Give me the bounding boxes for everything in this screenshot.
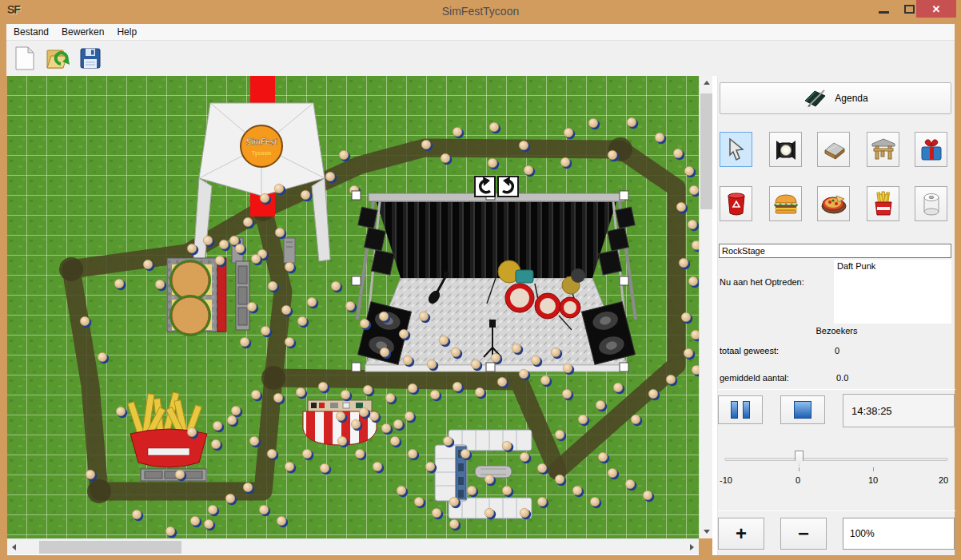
footpath-node[interactable] xyxy=(87,479,111,503)
speed-slider-thumb[interactable] xyxy=(795,451,803,466)
divider xyxy=(718,510,955,511)
scroll-up-arrow[interactable] xyxy=(700,76,713,89)
save-file-icon xyxy=(79,47,102,70)
pizza-icon xyxy=(820,193,847,215)
tool-toiletpaper[interactable] xyxy=(915,186,947,221)
cursor-icon xyxy=(726,137,747,161)
plus-icon: + xyxy=(736,522,747,545)
tool-select[interactable] xyxy=(720,132,752,167)
slider-tick xyxy=(799,467,800,471)
tool-gate[interactable] xyxy=(867,132,899,167)
divider xyxy=(718,389,955,390)
new-file-icon xyxy=(14,46,36,71)
now-playing-value: Daft Punk xyxy=(837,261,875,271)
divider xyxy=(7,554,699,555)
visitors-total-value: 0 xyxy=(835,346,839,355)
save-file-button[interactable] xyxy=(76,43,105,73)
stop-button[interactable] xyxy=(780,395,825,424)
spotlight-icon xyxy=(773,137,799,161)
now-playing-box: Daft Punk xyxy=(834,260,951,324)
toilet-paper-icon xyxy=(920,192,943,216)
slider-tick xyxy=(873,467,874,471)
toolbar xyxy=(6,41,955,76)
now-playing-label: Nu aan het Optreden: xyxy=(720,277,804,287)
slider-label-min: -10 xyxy=(720,475,732,485)
agenda-label: Agenda xyxy=(835,93,867,104)
stage-name-input[interactable] xyxy=(719,244,951,258)
clock-value: 14:38:25 xyxy=(851,405,892,417)
speed-slider-track[interactable] xyxy=(724,458,948,461)
burger-icon xyxy=(773,193,799,215)
slider-label-0: 0 xyxy=(796,475,800,485)
horizontal-scroll-thumb[interactable] xyxy=(39,541,181,554)
maximize-icon xyxy=(904,5,915,14)
tool-path[interactable] xyxy=(817,132,850,167)
pause-icon xyxy=(731,401,750,419)
window-title: SimFestTycoon xyxy=(0,5,961,18)
rotate-right-button[interactable] xyxy=(498,177,518,197)
agenda-button[interactable]: Agenda xyxy=(720,82,951,114)
pause-button[interactable] xyxy=(718,395,763,424)
minus-icon: − xyxy=(798,522,809,545)
new-file-button[interactable] xyxy=(10,43,39,73)
scroll-left-arrow[interactable] xyxy=(7,539,21,554)
vertical-scrollbar[interactable] xyxy=(699,76,712,538)
visitors-avg-value: 0.0 xyxy=(836,373,848,383)
fries-icon xyxy=(872,191,895,216)
footpath-node[interactable] xyxy=(59,257,83,281)
tool-pizza[interactable] xyxy=(817,186,850,221)
horizontal-scrollbar[interactable] xyxy=(7,538,699,554)
map-canvas[interactable]: SimFest Tycoon xyxy=(7,76,699,538)
slider-label-max: 20 xyxy=(939,475,948,485)
tool-stagelight[interactable] xyxy=(769,132,802,167)
open-file-button[interactable] xyxy=(43,43,72,73)
tool-burger[interactable] xyxy=(769,186,802,221)
tool-gift[interactable] xyxy=(915,132,947,167)
close-icon: ✕ xyxy=(932,3,941,15)
main-stage[interactable] xyxy=(357,193,636,371)
menubar: Bestand Bewerken Help xyxy=(6,24,955,41)
simfest-logo xyxy=(241,125,282,167)
path-tile-icon xyxy=(820,139,847,160)
agenda-book-icon xyxy=(803,88,827,109)
menu-help[interactable]: Help xyxy=(111,25,142,39)
bench[interactable] xyxy=(141,469,206,481)
visitors-header: Bezoekers xyxy=(718,326,955,336)
zoom-out-button[interactable]: − xyxy=(780,518,827,550)
zoom-in-button[interactable]: + xyxy=(718,518,764,550)
gift-icon xyxy=(919,137,944,161)
logo-sub: Tycoon xyxy=(252,150,271,157)
vertical-scroll-thumb[interactable] xyxy=(700,93,712,209)
close-button[interactable]: ✕ xyxy=(916,0,956,18)
tool-trashcan[interactable] xyxy=(720,186,752,221)
menu-bewerken[interactable]: Bewerken xyxy=(56,25,110,39)
rotate-left-button[interactable] xyxy=(475,177,495,197)
open-file-icon xyxy=(45,46,70,71)
titlebar[interactable]: SF SimFestTycoon ✕ xyxy=(0,0,961,24)
trashcan-icon xyxy=(725,191,748,216)
zoom-level-input[interactable] xyxy=(843,518,955,550)
menu-bestand[interactable]: Bestand xyxy=(8,25,54,39)
scroll-right-arrow[interactable] xyxy=(685,539,699,554)
slider-label-10: 10 xyxy=(868,475,878,485)
stop-icon xyxy=(794,401,811,419)
minimize-icon xyxy=(879,11,889,14)
scroll-down-arrow[interactable] xyxy=(700,525,713,538)
gate-icon xyxy=(871,137,896,161)
clock-display: 14:38:25 xyxy=(843,394,955,427)
bench[interactable] xyxy=(236,261,249,330)
visitors-avg-label: gemiddeld aantal: xyxy=(720,373,789,383)
minimize-button[interactable] xyxy=(871,0,895,18)
visitors-total-label: totaal geweest: xyxy=(720,346,779,355)
footpath-node[interactable] xyxy=(261,366,285,390)
logo-title: SimFest xyxy=(246,137,278,146)
tool-fries[interactable] xyxy=(867,186,899,221)
sidebar: Agenda xyxy=(717,76,955,555)
app-window: SF SimFestTycoon ✕ Bestand Bewerken Help xyxy=(0,0,961,560)
burger-stand[interactable] xyxy=(167,258,226,336)
